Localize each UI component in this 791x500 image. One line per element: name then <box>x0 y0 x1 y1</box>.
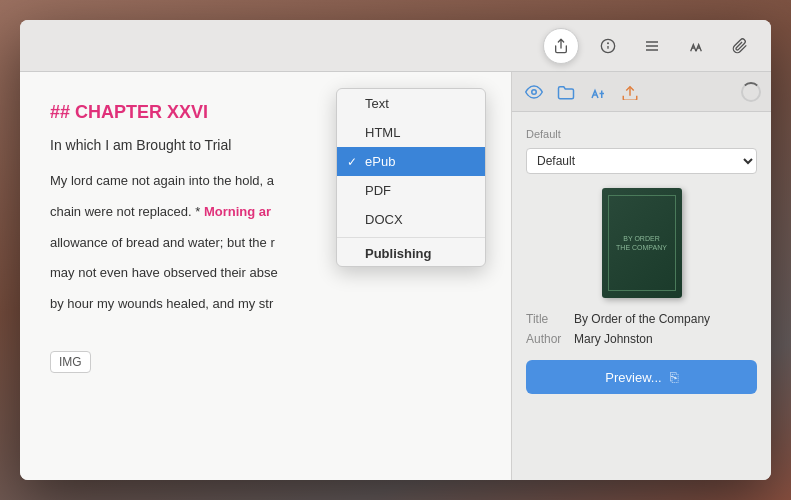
preview-label: Preview... <box>605 370 661 385</box>
font-a-icon[interactable] <box>586 80 610 104</box>
right-panel: Default Default Custom BY ORDERTHE COMPA… <box>511 72 771 480</box>
author-label: Author <box>526 332 574 346</box>
export-icon[interactable] <box>618 80 642 104</box>
check-icon: ✓ <box>347 155 357 169</box>
label-default: Default <box>526 128 561 140</box>
loading-spinner <box>741 82 761 102</box>
list-button[interactable] <box>637 31 667 61</box>
copy-icon: ⎘ <box>670 369 678 385</box>
main-window: ## CHAPTER XXVI In which I am Brought to… <box>20 20 771 480</box>
title-value: By Order of the Company <box>574 312 710 326</box>
html-label: HTML <box>365 125 400 140</box>
meta-title-row: Title By Order of the Company <box>526 312 757 326</box>
title-label: Title <box>526 312 574 326</box>
folder-icon[interactable] <box>554 80 578 104</box>
epub-label: ePub <box>365 154 395 169</box>
panel-content: Default Default Custom BY ORDERTHE COMPA… <box>512 112 771 480</box>
dropdown-section-publishing: Publishing <box>337 241 485 266</box>
font-button[interactable] <box>681 31 711 61</box>
book-cover: BY ORDERTHE COMPANY <box>602 188 682 298</box>
toolbar <box>20 20 771 72</box>
pdf-label: PDF <box>365 183 391 198</box>
export-dropdown[interactable]: Text HTML ✓ ePub PDF DOCX Publishing <box>336 88 486 267</box>
img-tag: IMG <box>50 351 91 373</box>
format-select[interactable]: Default Custom <box>526 148 757 174</box>
dropdown-item-html[interactable]: HTML <box>337 118 485 147</box>
dropdown-item-epub[interactable]: ✓ ePub <box>337 147 485 176</box>
text-label: Text <box>365 96 389 111</box>
highlighted-text: Morning ar <box>204 204 271 219</box>
info-button[interactable] <box>593 31 623 61</box>
dropdown-divider <box>337 237 485 238</box>
share-button[interactable] <box>543 28 579 64</box>
book-cover-inner: BY ORDERTHE COMPANY <box>608 195 676 291</box>
panel-toolbar <box>512 72 771 112</box>
label-row: Default <box>526 128 757 140</box>
dropdown-item-pdf[interactable]: PDF <box>337 176 485 205</box>
svg-point-9 <box>532 89 537 94</box>
meta-author-row: Author Mary Johnston <box>526 332 757 346</box>
attach-button[interactable] <box>725 31 755 61</box>
preview-button[interactable]: Preview... ⎘ <box>526 360 757 394</box>
author-value: Mary Johnston <box>574 332 653 346</box>
eye-icon[interactable] <box>522 80 546 104</box>
dropdown-item-docx[interactable]: DOCX <box>337 205 485 234</box>
paragraph-5: by hour my wounds healed, and my str <box>50 294 481 315</box>
paragraph-2-start: chain were not replaced. * <box>50 204 200 219</box>
dropdown-item-text[interactable]: Text <box>337 89 485 118</box>
book-cover-text: BY ORDERTHE COMPANY <box>612 230 671 256</box>
docx-label: DOCX <box>365 212 403 227</box>
